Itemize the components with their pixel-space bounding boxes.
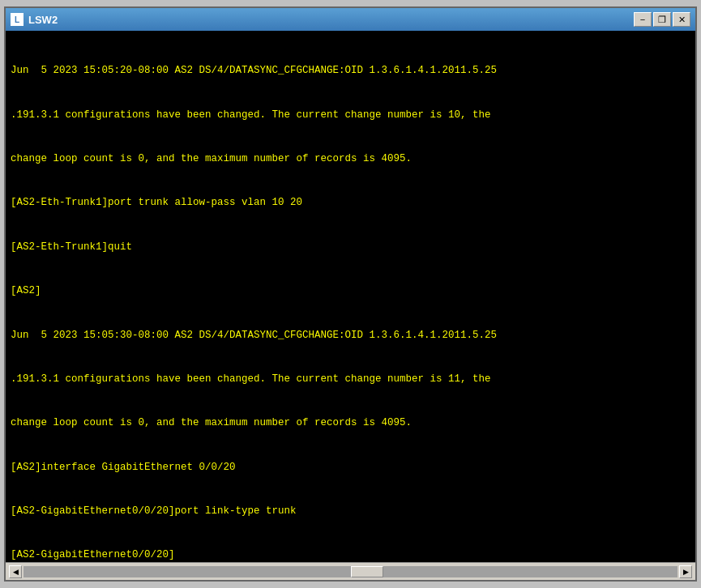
scroll-track[interactable]	[24, 566, 677, 577]
title-bar-left: L LSW2	[11, 13, 58, 26]
restore-button[interactable]: ❐	[653, 12, 671, 27]
terminal-line: Jun 5 2023 15:05:30-08:00 AS2 DS/4/DATAS…	[11, 328, 690, 343]
terminal-line: Jun 5 2023 15:05:20-08:00 AS2 DS/4/DATAS…	[11, 63, 690, 78]
bottom-scrollbar: ◀ ▶	[6, 562, 695, 580]
window-icon: L	[11, 13, 24, 26]
title-bar: L LSW2 − ❐ ✕	[6, 8, 695, 31]
terminal-line: [AS2-Eth-Trunk1]port trunk allow-pass vl…	[11, 195, 690, 210]
terminal-line: [AS2-Eth-Trunk1]quit	[11, 240, 690, 254]
close-button[interactable]: ✕	[673, 12, 690, 27]
terminal-line: [AS2]interface GigabitEthernet 0/0/20	[11, 460, 690, 475]
terminal-line: [AS2]	[11, 283, 690, 298]
scroll-left-button[interactable]: ◀	[9, 565, 22, 578]
terminal-line: .191.3.1 configurations have been change…	[11, 372, 690, 386]
terminal-line: change loop count is 0, and the maximum …	[11, 415, 690, 430]
main-window: L LSW2 − ❐ ✕ Jun 5 2023 15:05:20-08:00 A…	[4, 6, 697, 582]
minimize-button[interactable]: −	[634, 12, 652, 27]
scroll-right-button[interactable]: ▶	[679, 565, 692, 578]
terminal-line: [AS2-GigabitEthernet0/0/20]port link-typ…	[11, 504, 690, 518]
terminal-line: .191.3.1 configurations have been change…	[11, 108, 690, 122]
window-title: LSW2	[28, 14, 58, 26]
title-bar-buttons: − ❐ ✕	[634, 12, 690, 27]
scroll-thumb[interactable]	[351, 566, 383, 577]
terminal-line: [AS2-GigabitEthernet0/0/20]	[11, 548, 690, 562]
terminal-area[interactable]: Jun 5 2023 15:05:20-08:00 AS2 DS/4/DATAS…	[6, 31, 695, 562]
terminal-content: Jun 5 2023 15:05:20-08:00 AS2 DS/4/DATAS…	[11, 34, 690, 562]
terminal-line: change loop count is 0, and the maximum …	[11, 151, 690, 166]
